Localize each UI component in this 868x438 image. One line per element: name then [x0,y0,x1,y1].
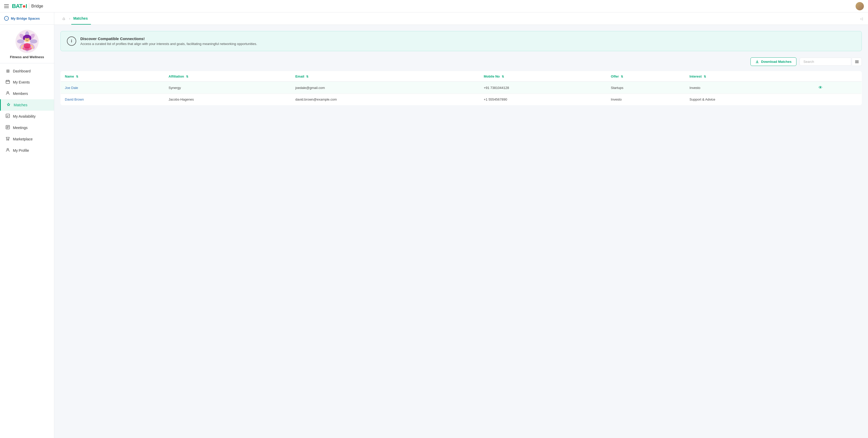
sidebar-item-marketplace[interactable]: Marketplace [0,134,54,145]
actions-row: Download Matches [60,57,862,66]
breadcrumb: ⌂ › Matches ◁ [54,12,868,25]
table-header: Name ⇅ Affiliation ⇅ Email ⇅ Mobile No [61,71,862,82]
sidebar-bridge-spaces[interactable]: My Bridge Spaces [0,12,54,25]
name-link[interactable]: Joe Dale [65,86,78,90]
sidebar-item-label: My Events [13,80,30,84]
table-body: Joe Dale Synergy joedale@gmail.com +91 7… [61,82,862,105]
svg-point-23 [7,148,8,150]
dashboard-icon: ⊞ [5,68,10,74]
col-interest-sort[interactable]: ⇅ [704,75,706,78]
sidebar-item-members[interactable]: Members [0,88,54,99]
col-offer-label: Offer [611,75,619,78]
profile-avatar-svg [16,30,39,53]
col-offer-sort[interactable]: ⇅ [621,75,623,78]
sidebar-item-my-profile[interactable]: My Profile [0,145,54,156]
svg-point-18 [7,91,8,93]
col-email-sort[interactable]: ⇅ [306,75,308,78]
profile-icon [5,148,10,153]
col-affiliation-sort[interactable]: ⇅ [186,75,188,78]
cell-mobile: +1 5554567890 [479,94,607,105]
search-input[interactable] [800,58,851,66]
table-row: Joe Dale Synergy joedale@gmail.com +91 7… [61,82,862,94]
breadcrumb-separator: › [68,17,71,21]
cell-interest: Investo [685,82,814,94]
cell-offer: Investo [607,94,686,105]
col-actions [814,71,862,82]
col-name: Name ⇅ [61,71,164,82]
download-label: Download Matches [761,60,792,64]
col-interest-label: Interest [689,75,702,78]
sidebar-item-label: Dashboard [13,69,31,73]
sidebar-item-my-events[interactable]: My Events [0,77,54,88]
sidebar-item-label: Matches [14,103,27,107]
sidebar-item-label: Marketplace [13,137,33,141]
search-list-button[interactable] [852,58,862,66]
svg-point-21 [7,140,7,140]
avatar[interactable] [856,2,864,10]
col-offer: Offer ⇅ [607,71,686,82]
name-link[interactable]: David Brown [65,97,84,101]
list-icon [855,60,859,64]
cell-name: Joe Dale [61,82,164,94]
cell-offer: Startups [607,82,686,94]
svg-point-4 [30,39,37,43]
members-icon [5,91,10,96]
svg-point-16 [23,47,32,51]
cell-interest: Support & Advice [685,94,814,105]
svg-point-15 [28,39,28,39]
logo-dot: ● [23,3,26,9]
col-name-sort[interactable]: ⇅ [76,75,78,78]
sidebar-item-matches[interactable]: Matches [0,99,54,111]
search-wrap [800,58,862,66]
profile-avatar [16,30,39,53]
sidebar-item-my-availability[interactable]: My Availability [0,111,54,122]
sidebar-item-meetings[interactable]: Meetings [0,122,54,134]
col-name-label: Name [65,75,74,78]
col-mobile-sort[interactable]: ⇅ [502,75,504,78]
svg-point-12 [23,36,25,40]
info-description: Access a curated list of profiles that a… [80,42,257,46]
home-icon: ⌂ [63,16,65,21]
cell-name: David Brown [61,94,164,105]
col-affiliation: Affiliation ⇅ [164,71,291,82]
sidebar: My Bridge Spaces [0,12,54,438]
col-email-label: Email [295,75,304,78]
info-title: Discover Compatible Connections! [80,36,257,41]
cell-affiliation: Synergy [164,82,291,94]
svg-rect-25 [855,62,859,62]
sidebar-item-label: Members [13,91,28,96]
col-mobile: Mobile No ⇅ [479,71,607,82]
hamburger-menu[interactable] [4,4,9,8]
main-content: ⌂ › Matches ◁ i Discover Compatible Conn… [54,12,868,438]
page-content: i Discover Compatible Connections! Acces… [54,25,868,438]
download-matches-button[interactable]: Download Matches [750,57,797,66]
logo-text: BAT●I [12,3,27,9]
sidebar-item-dashboard[interactable]: ⊞ Dashboard [0,65,54,77]
info-text: Discover Compatible Connections! Access … [80,36,257,46]
sidebar-item-label: My Profile [13,148,29,152]
svg-point-3 [17,39,24,43]
breadcrumb-home[interactable]: ⌂ [59,16,68,21]
cell-mobile: +91 7381044128 [479,82,607,94]
svg-point-13 [29,36,31,40]
avatar-image [856,2,864,10]
sidebar-nav: ⊞ Dashboard My Events Members Matches [0,63,54,158]
cell-action [814,94,862,105]
col-affiliation-label: Affiliation [169,75,184,78]
table-row: David Brown Jacobs-Hagenes david.brown@e… [61,94,862,105]
cell-action: 👁 [814,82,862,94]
view-action[interactable]: 👁 [818,85,823,90]
cell-affiliation: Jacobs-Hagenes [164,94,291,105]
bridge-spaces-label: My Bridge Spaces [11,17,40,21]
cell-email: david.brown@example.com [291,94,479,105]
marketplace-icon [5,137,10,142]
svg-rect-24 [855,60,859,61]
calendar-icon [5,80,10,85]
breadcrumb-collapse-icon[interactable]: ◁ [860,17,863,21]
matches-icon [6,103,11,108]
col-email: Email ⇅ [291,71,479,82]
sidebar-item-label: My Availability [13,114,36,118]
profile-name: Fitness and Wellness [10,55,44,59]
logo: BAT●I Bridge [12,3,43,9]
cell-email: joedale@gmail.com [291,82,479,94]
